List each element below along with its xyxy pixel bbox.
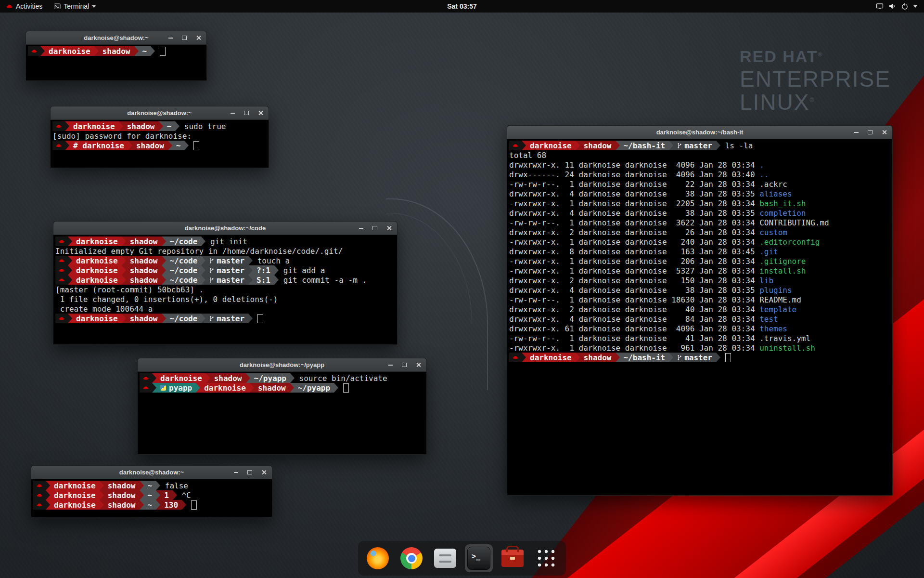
terminal-text: -rwxrwxr-x. 1 darknoise darknoise 206 Ja…	[509, 257, 759, 266]
prompt-segment: shadow	[580, 141, 616, 150]
prompt-segment-text: master	[217, 276, 244, 285]
app-grid-icon	[536, 548, 556, 568]
maximize-button[interactable]	[243, 110, 250, 117]
powerline-separator	[206, 373, 210, 383]
dock-item-app-grid[interactable]	[532, 544, 560, 572]
dock-item-toolbox[interactable]	[499, 544, 526, 572]
prompt-segment: shadow	[99, 46, 134, 56]
window-titlebar[interactable]: darknoise@shadow:~/pyapp	[138, 358, 426, 372]
powerline-separator	[68, 275, 72, 285]
powerline-separator	[46, 490, 50, 500]
clock[interactable]: Sat 03:57	[0, 2, 924, 10]
minimize-button[interactable]	[232, 469, 239, 476]
prompt-segment-text: master	[217, 314, 244, 323]
powerline-separator	[248, 265, 253, 275]
maximize-button[interactable]	[246, 469, 253, 476]
prompt-segment-text: ~/bash-it	[624, 141, 666, 150]
terminal-text: drwxrwxr-x. 4 darknoise darknoise 38 Jan…	[509, 286, 759, 295]
maximize-button[interactable]	[867, 129, 873, 136]
minimize-button[interactable]	[358, 225, 364, 232]
terminal-body[interactable]: darknoiseshadow~	[26, 45, 206, 80]
close-icon	[261, 470, 267, 475]
powerline-separator	[716, 353, 720, 362]
terminal-text: test	[759, 315, 778, 324]
minimize-button[interactable]	[229, 110, 236, 117]
terminal-text: [master (root-commit) 50bcb63] .	[55, 285, 204, 294]
terminal-text: bash_it.sh	[759, 199, 806, 208]
terminal-text: custom	[759, 228, 787, 237]
close-button[interactable]	[195, 35, 202, 41]
window-titlebar[interactable]: darknoise@shadow:~	[26, 31, 206, 45]
minimize-button[interactable]	[853, 129, 860, 136]
dock-item-files[interactable]	[431, 544, 459, 572]
terminal-body[interactable]: darknoiseshadow~/pyapp source bin/activa…	[138, 372, 426, 454]
powerline-separator	[152, 373, 156, 383]
dock-item-chrome[interactable]	[398, 544, 425, 572]
powerline-separator	[46, 481, 50, 490]
prompt-segment-text: shadow	[130, 266, 158, 275]
close-button[interactable]	[415, 362, 422, 368]
terminal-text: git commit -a -m .	[279, 276, 367, 285]
prompt-segment: shadow	[126, 275, 162, 285]
close-icon	[386, 225, 392, 231]
maximize-button[interactable]	[401, 362, 408, 368]
prompt-segment-text: darknoise	[54, 491, 96, 500]
redhat-icon	[55, 143, 62, 148]
app-menu-terminal[interactable]: Terminal	[48, 0, 102, 13]
minimize-button[interactable]	[387, 362, 394, 368]
terminal-line: darknoiseshadow~/codemaster	[55, 314, 395, 323]
prompt-segment-text: ~/bash-it	[624, 353, 666, 362]
terminal-body[interactable]: darknoiseshadow~ falsedarknoiseshadow~1 …	[31, 479, 272, 517]
window-titlebar[interactable]: darknoise@shadow:~	[51, 106, 269, 120]
redhat-icon	[142, 376, 149, 381]
minimize-icon	[234, 472, 238, 473]
minimize-icon	[168, 38, 173, 39]
dock-item-firefox[interactable]	[364, 544, 392, 572]
powerline-separator	[173, 490, 177, 500]
terminal-text: -rwxrwxr-x. 1 darknoise darknoise 240 Ja…	[509, 237, 759, 247]
prompt-segment: shadow	[126, 256, 162, 265]
prompt-segment	[33, 500, 46, 510]
window-titlebar[interactable]: darknoise@shadow:~/code	[53, 222, 397, 235]
powerline-separator	[522, 353, 526, 362]
close-button[interactable]	[260, 469, 267, 476]
powerline-separator	[716, 141, 720, 150]
maximize-button[interactable]	[181, 35, 188, 41]
window-titlebar[interactable]: darknoise@shadow:~	[31, 466, 272, 479]
terminal-text: -rw-rw-r--. 1 darknoise darknoise 41 Jan…	[509, 334, 810, 343]
terminal-text: plugins	[759, 286, 792, 295]
maximize-button[interactable]	[372, 225, 378, 232]
terminal-body[interactable]: darknoiseshadow~/code git initInitialize…	[53, 235, 397, 344]
terminal-text: .editorconfig	[759, 237, 820, 247]
terminal-text: .git	[759, 247, 778, 256]
terminal-line: darknoiseshadow~1 ^C	[33, 490, 270, 500]
powerline-separator	[162, 236, 166, 246]
system-status-area[interactable]	[869, 0, 924, 13]
prompt-segment: ?:1	[253, 265, 274, 275]
terminal-line: darknoiseshadow~/bash-itmaster ls -la	[509, 141, 890, 150]
activities-button[interactable]: Activities	[0, 0, 48, 13]
dock-item-terminal[interactable]	[465, 544, 493, 572]
close-button[interactable]	[257, 110, 264, 117]
prompt-segment-text: ~/code	[170, 266, 198, 275]
prompt-segment-text: pyapp	[169, 383, 192, 393]
terminal-text: ..	[759, 170, 769, 179]
close-button[interactable]	[385, 225, 392, 232]
prompt-segment: ~	[144, 481, 156, 490]
close-button[interactable]	[881, 129, 887, 136]
powerline-separator	[248, 275, 253, 285]
terminal-line: [sudo] password for darknoise:	[52, 131, 267, 141]
terminal-body[interactable]: darknoiseshadow~/bash-itmaster ls -latot…	[507, 139, 892, 495]
terminal-line: darknoiseshadow~130	[33, 500, 270, 510]
powerline-separator	[140, 490, 144, 500]
powerline-separator	[156, 490, 160, 500]
powerline-separator	[616, 353, 620, 362]
powerline-separator	[201, 314, 205, 323]
terminal-text: drwxrwxr-x. 11 darknoise darknoise 4096 …	[509, 160, 759, 170]
minimize-button[interactable]	[167, 35, 174, 41]
terminal-body[interactable]: darknoiseshadow~ sudo true[sudo] passwor…	[51, 120, 269, 168]
branch-icon	[677, 355, 682, 361]
powerline-separator	[68, 256, 72, 265]
window-titlebar[interactable]: darknoise@shadow:~/bash-it	[507, 126, 892, 139]
powerline-separator	[290, 373, 295, 383]
